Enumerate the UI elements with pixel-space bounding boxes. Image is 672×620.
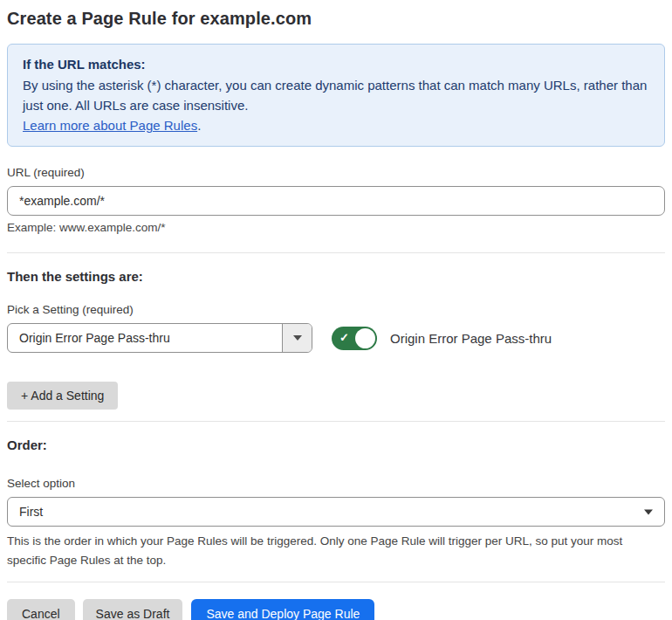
info-box-heading: If the URL matches: — [23, 54, 649, 74]
url-example-text: Example: www.example.com/* — [7, 221, 665, 234]
url-input[interactable] — [7, 186, 665, 216]
save-and-deploy-button[interactable]: Save and Deploy Page Rule — [191, 599, 374, 620]
order-section-heading: Order: — [7, 437, 665, 452]
setting-select-dropdown-button[interactable] — [283, 324, 312, 352]
url-field-label: URL (required) — [7, 166, 665, 179]
divider — [7, 252, 665, 253]
add-setting-button[interactable]: + Add a Setting — [7, 382, 118, 410]
setting-row: Origin Error Page Pass-thru ✓ Origin Err… — [7, 323, 665, 353]
divider — [7, 421, 665, 422]
info-link-suffix: . — [197, 118, 201, 133]
setting-picker-label: Pick a Setting (required) — [7, 303, 665, 316]
page-title: Create a Page Rule for example.com — [7, 7, 665, 30]
url-match-info-box: If the URL matches: By using the asteris… — [7, 44, 665, 147]
setting-select-value: Origin Error Page Pass-thru — [8, 324, 283, 352]
setting-select[interactable]: Origin Error Page Pass-thru — [7, 323, 312, 353]
footer-actions: Cancel Save as Draft Save and Deploy Pag… — [7, 599, 665, 620]
order-select-label: Select option — [7, 477, 665, 490]
toggle-knob — [355, 328, 375, 348]
settings-section-heading: Then the settings are: — [7, 269, 665, 284]
chevron-down-icon — [644, 510, 653, 515]
check-icon: ✓ — [339, 332, 349, 343]
info-box-body: By using the asterisk (*) character, you… — [23, 75, 649, 115]
learn-more-link[interactable]: Learn more about Page Rules — [23, 118, 197, 133]
setting-toggle[interactable]: ✓ — [332, 327, 377, 350]
chevron-down-icon — [293, 335, 302, 341]
setting-toggle-label: Origin Error Page Pass-thru — [390, 331, 552, 346]
divider — [7, 582, 665, 582]
order-select[interactable]: First — [7, 497, 665, 527]
order-help-text: This is the order in which your Page Rul… — [7, 532, 660, 570]
info-link-line: Learn more about Page Rules. — [23, 115, 649, 135]
cancel-button[interactable]: Cancel — [7, 599, 75, 620]
page-rule-form: Create a Page Rule for example.com If th… — [0, 0, 672, 620]
order-select-value: First — [19, 505, 43, 519]
save-as-draft-button[interactable]: Save as Draft — [83, 599, 183, 620]
